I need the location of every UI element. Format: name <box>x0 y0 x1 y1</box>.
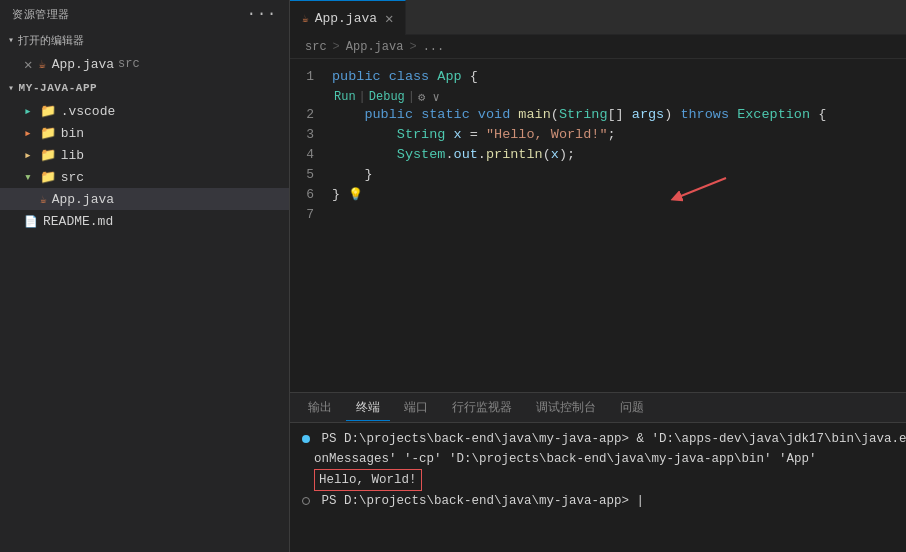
tab-name: App.java <box>315 11 377 26</box>
panel-tabs: 输出 终端 端口 行行监视器 调试控制台 问题 <box>290 393 906 423</box>
open-editors-text: 打开的编辑器 <box>18 33 84 48</box>
breadcrumb-sep1: > <box>333 40 340 54</box>
line-number-3: 3 <box>290 125 330 145</box>
tab-close-button[interactable]: ✕ <box>385 10 393 27</box>
tree-item-label-readme: README.md <box>43 214 113 229</box>
panel-tab-output[interactable]: 输出 <box>298 395 342 421</box>
editor-area: ☕ App.java ✕ src > App.java > ... 1 publ… <box>290 0 906 552</box>
line-number-2: 2 <box>290 105 330 125</box>
terminal-text-2: onMessages' '-cp' 'D:\projects\back-end\… <box>302 452 817 466</box>
tree-item-label-vscode: .vscode <box>61 104 116 119</box>
tree-item-vscode[interactable]: ▸ 📁 .vscode <box>0 100 289 122</box>
code-line-1: 1 public class App { <box>290 67 906 87</box>
panel-tab-debug-console[interactable]: 调试控制台 <box>526 395 606 421</box>
open-editor-item[interactable]: ✕ ☕ App.java src <box>0 52 289 76</box>
tree-item-label-bin: bin <box>61 126 84 141</box>
folder-icon-bin: ▸ 📁 <box>24 125 56 141</box>
terminal-dot-1 <box>302 435 310 443</box>
terminal-dot-4 <box>302 497 310 505</box>
java-file-icon-small: ☕ <box>38 57 45 72</box>
panel-tab-port[interactable]: 端口 <box>394 395 438 421</box>
tree-item-label-lib: lib <box>61 148 84 163</box>
terminal-line-4: PS D:\projects\back-end\java\my-java-app… <box>302 491 906 511</box>
open-file-src: src <box>118 57 140 71</box>
run-debug-bar: Run | Debug | ⚙ ∨ <box>290 87 906 105</box>
run-debug-sep: | <box>359 90 366 104</box>
run-more-icon[interactable]: ⚙ ∨ <box>418 90 440 105</box>
folder-icon-src: ▾ 📁 <box>24 169 56 185</box>
tree-item-lib[interactable]: ▸ 📁 lib <box>0 144 289 166</box>
terminal-text-3: Hello, World! <box>302 473 422 487</box>
sidebar-title: 资源管理器 <box>12 7 70 22</box>
breadcrumb: src > App.java > ... <box>290 35 906 59</box>
line-number-1: 1 <box>290 67 330 87</box>
tab-file-icon: ☕ <box>302 12 309 25</box>
line-content-3: String x = "Hello, World!"; <box>330 125 906 145</box>
line-number-6: 6 <box>290 185 330 205</box>
line-number-5: 5 <box>290 165 330 185</box>
tree-item-label-appjava: App.java <box>52 192 114 207</box>
panel-tab-monitor[interactable]: 行行监视器 <box>442 395 522 421</box>
panel-tab-problems[interactable]: 问题 <box>610 395 654 421</box>
project-tree: ▾ MY-JAVA-APP ▸ 📁 .vscode ▸ 📁 bin ▸ 📁 li… <box>0 76 289 232</box>
code-line-7: 7 <box>290 205 906 225</box>
project-name: MY-JAVA-APP <box>19 82 98 94</box>
open-file-name: App.java <box>52 57 114 72</box>
line-number-7: 7 <box>290 205 330 225</box>
open-editors-arrow: ▾ <box>8 34 14 46</box>
close-icon[interactable]: ✕ <box>24 56 32 73</box>
code-line-2: 2 public static void main(String[] args)… <box>290 105 906 125</box>
tab-appjava[interactable]: ☕ App.java ✕ <box>290 0 406 35</box>
line-content-6: } 💡 <box>330 185 906 205</box>
open-editors-label[interactable]: ▾ 打开的编辑器 <box>0 28 289 52</box>
throws-annotation <box>656 173 736 207</box>
run-debug-sep2: | <box>408 90 415 104</box>
terminal-line-2: onMessages' '-cp' 'D:\projects\back-end\… <box>302 449 906 469</box>
sidebar-more-button[interactable]: ··· <box>247 5 277 23</box>
project-root[interactable]: ▾ MY-JAVA-APP <box>0 76 289 100</box>
terminal-line-1: PS D:\projects\back-end\java\my-java-app… <box>302 429 906 449</box>
folder-icon-vscode: ▸ 📁 <box>24 103 56 119</box>
breadcrumb-file: App.java <box>346 40 404 54</box>
terminal-text-1: PS D:\projects\back-end\java\my-java-app… <box>322 432 906 446</box>
open-editors-section: ▾ 打开的编辑器 ✕ ☕ App.java src <box>0 28 289 76</box>
tree-item-readme[interactable]: 📄 README.md <box>0 210 289 232</box>
code-lines: 1 public class App { Run | Debug | ⚙ ∨ <box>290 59 906 392</box>
line-content-4: System.out.println(x); <box>330 145 906 165</box>
code-editor[interactable]: 1 public class App { Run | Debug | ⚙ ∨ <box>290 59 906 392</box>
code-line-3: 3 String x = "Hello, World!"; <box>290 125 906 145</box>
line-content-5: } <box>330 165 906 185</box>
terminal-panel: 输出 终端 端口 行行监视器 调试控制台 问题 PS D:\projects\b… <box>290 392 906 552</box>
panel-tab-terminal[interactable]: 终端 <box>346 395 390 421</box>
tab-bar: ☕ App.java ✕ <box>290 0 906 35</box>
terminal-text-4: PS D:\projects\back-end\java\my-java-app… <box>322 494 645 508</box>
svg-line-1 <box>676 178 726 198</box>
java-file-icon: ☕ <box>40 193 47 206</box>
code-line-6: 6 } 💡 <box>290 185 906 205</box>
code-line-5: 5 } <box>290 165 906 185</box>
md-file-icon: 📄 <box>24 215 38 228</box>
line-number-4: 4 <box>290 145 330 165</box>
run-link[interactable]: Run <box>334 90 356 104</box>
line-content-2: public static void main(String[] args) t… <box>330 105 906 125</box>
breadcrumb-sep2: > <box>409 40 416 54</box>
tree-item-src[interactable]: ▾ 📁 src <box>0 166 289 188</box>
tree-item-label-src: src <box>61 170 84 185</box>
hello-world-output: Hello, World! <box>314 469 422 491</box>
tree-item-appjava[interactable]: ☕ App.java <box>0 188 289 210</box>
code-line-4: 4 System.out.println(x); <box>290 145 906 165</box>
debug-link[interactable]: Debug <box>369 90 405 104</box>
breadcrumb-src: src <box>305 40 327 54</box>
project-root-arrow: ▾ <box>8 82 15 94</box>
tree-item-bin[interactable]: ▸ 📁 bin <box>0 122 289 144</box>
sidebar: 资源管理器 ··· ▾ 打开的编辑器 ✕ ☕ App.java src ▾ MY… <box>0 0 290 552</box>
terminal-line-3: Hello, World! <box>302 469 906 491</box>
terminal-content: PS D:\projects\back-end\java\my-java-app… <box>290 423 906 552</box>
breadcrumb-more: ... <box>423 40 445 54</box>
line-content-1: public class App { <box>330 67 906 87</box>
folder-icon-lib: ▸ 📁 <box>24 147 56 163</box>
sidebar-header: 资源管理器 ··· <box>0 0 289 28</box>
